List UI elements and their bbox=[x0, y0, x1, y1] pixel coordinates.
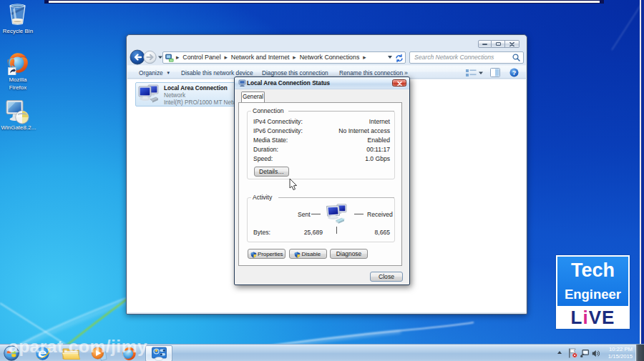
svg-text:?: ? bbox=[512, 69, 517, 76]
